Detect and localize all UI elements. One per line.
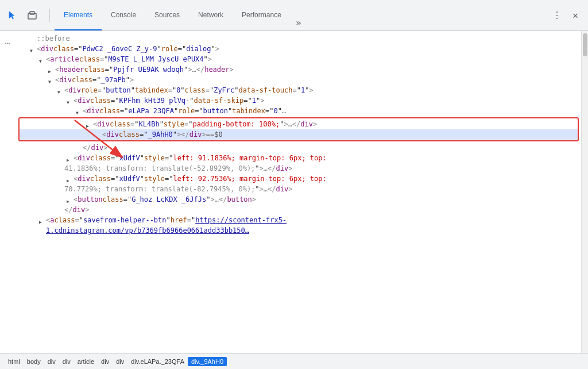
expand-triangle[interactable] [39, 217, 45, 223]
tab-overflow-button[interactable]: » [291, 14, 307, 30]
code-line-header[interactable]: <header class="Ppjfr UE9AK wdoqh" >…</he… [18, 64, 581, 75]
devtools-topbar: Elements Console Sources Network Perform… [0, 0, 588, 31]
expand-triangle[interactable] [67, 98, 72, 103]
code-line-div-kpfhm[interactable]: <div class="KPFhm kHt39 plVq-" data-sf-s… [18, 95, 581, 106]
tab-sources[interactable]: Sources [145, 0, 189, 30]
expand-triangle[interactable] [76, 108, 82, 114]
expand-triangle[interactable] [67, 197, 72, 202]
code-line-div-xudfv-2b: 70.7729%; transform: translate(-82.7945%… [18, 184, 581, 194]
topbar-actions: ⋮ ✕ [549, 7, 583, 24]
breadcrumb-article[interactable]: article [74, 357, 98, 366]
toolbar-divider [49, 9, 50, 22]
cursor-tool-icon[interactable] [5, 7, 21, 24]
breadcrumb-html[interactable]: html [5, 357, 24, 366]
code-line-div-elapb[interactable]: <div class="eLAPa 23QFA" role="button" t… [18, 106, 581, 116]
breadcrumb-div-2[interactable]: div [59, 357, 74, 366]
code-line-div-dialog[interactable]: <div class="PdwC2 _6oveC Z_y-9" role="di… [18, 44, 581, 54]
close-devtools-button[interactable]: ✕ [567, 7, 583, 24]
breadcrumb-div-9ahh0[interactable]: div._9AhH0 [188, 357, 227, 366]
inspect-box-icon[interactable] [24, 7, 40, 24]
tab-console[interactable]: Console [102, 0, 145, 30]
code-line-div-97apb[interactable]: <div class="_97aPb " > [18, 75, 581, 85]
code-line-before: ::before [18, 33, 581, 44]
tab-network[interactable]: Network [189, 0, 233, 30]
href-link-cont[interactable]: 1.cdninstagram.com/vp/b7369fb6966e0661ad… [39, 226, 249, 235]
code-line-div-9ahh0[interactable]: <div class="_9AhH0" ></div> == $0 [20, 129, 578, 140]
tabs-container: Elements Console Sources Network Perform… [55, 0, 547, 30]
expand-triangle[interactable] [48, 77, 54, 83]
expand-triangle[interactable] [39, 56, 45, 62]
code-line-close-div2: </div> [18, 205, 581, 215]
code-line-article[interactable]: <article class="M9sTE L_LMM JyscU ePUX4"… [18, 54, 581, 64]
code-line-div-kl4bh[interactable]: <div class="KL4Bh" style="padding-bottom… [20, 119, 578, 129]
code-line-a-savefrom[interactable]: <a class="savefrom-helper--btn" href="ht… [18, 215, 581, 225]
expand-triangle[interactable] [48, 67, 54, 72]
more-options-button[interactable]: ⋮ [549, 7, 565, 24]
code-line-div-xudfv-1b: 41.1836%; transform: translate(-52.8929%… [18, 163, 581, 174]
scrollbar[interactable] [581, 31, 588, 353]
code-line-close-div: </div> [18, 143, 581, 153]
code-line-button-ghoz[interactable]: <button class="G_hoz LcKDX _6JfJs" >…</b… [18, 194, 581, 205]
breadcrumb-div-1[interactable]: div [44, 357, 59, 366]
tab-performance[interactable]: Performance [233, 0, 291, 30]
breadcrumb-div-3[interactable]: div [98, 357, 113, 366]
breadcrumb-bar: html body div div article div div div.eL… [0, 353, 588, 369]
href-link[interactable]: https://scontent-frx5- [195, 216, 287, 224]
side-panel-dots: … [0, 31, 18, 353]
expand-triangle[interactable] [30, 46, 36, 52]
code-line-a-savefrom-b: 1.cdninstagram.com/vp/b7369fb6966e0661ad… [18, 225, 581, 236]
breadcrumb-div-elapb[interactable]: div.eLAPa._23QFA [127, 357, 188, 366]
expand-triangle[interactable] [86, 121, 92, 127]
devtools-main: … ::before <div class="PdwC2 _6oveC Z_y-… [0, 31, 588, 353]
code-line-div-xudfv-2[interactable]: <div class="xUdfV" style="left: 92.7536%… [18, 174, 581, 184]
code-line-div-button[interactable]: <div role="button" tabindex="0" class="Z… [18, 85, 581, 95]
code-line-div-xudfv-1[interactable]: <div class="xUdfV" style="left: 91.1836%… [18, 153, 581, 163]
elements-panel: ::before <div class="PdwC2 _6oveC Z_y-9"… [18, 31, 581, 353]
devtools-window: Elements Console Sources Network Perform… [0, 0, 588, 369]
expand-triangle[interactable] [67, 176, 72, 182]
breadcrumb-body[interactable]: body [24, 357, 44, 366]
tab-elements[interactable]: Elements [55, 0, 102, 30]
breadcrumb-div-4[interactable]: div [113, 357, 127, 366]
scrollbar-thumb[interactable] [583, 33, 587, 56]
highlighted-lines-container: <div class="KL4Bh" style="padding-bottom… [18, 117, 579, 141]
expand-triangle[interactable] [67, 155, 72, 161]
expand-triangle[interactable] [57, 87, 63, 93]
